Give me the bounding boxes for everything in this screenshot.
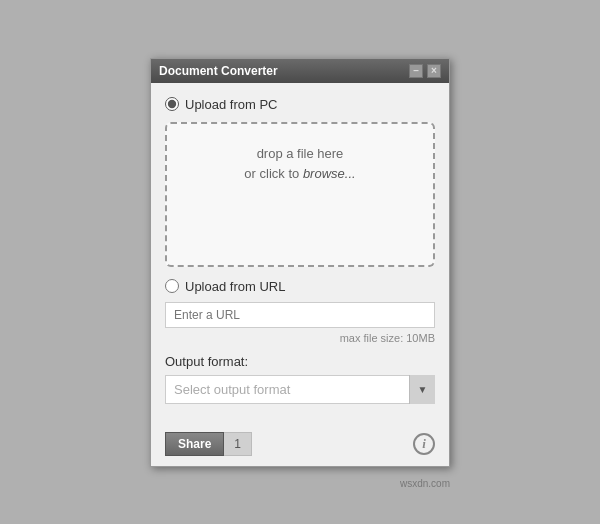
browse-link[interactable]: browse... (303, 166, 356, 181)
share-btn-group: Share 1 (165, 432, 252, 456)
upload-url-radio[interactable] (165, 279, 179, 293)
dialog-titlebar: Document Converter – × (151, 59, 449, 83)
share-button[interactable]: Share (165, 432, 224, 456)
drop-zone-text: drop a file here or click to browse... (244, 144, 355, 186)
close-button[interactable]: × (427, 64, 441, 78)
document-converter-dialog: Document Converter – × Upload from PC dr… (150, 58, 450, 467)
upload-url-label: Upload from URL (185, 279, 285, 294)
max-file-info: max file size: 10MB (165, 332, 435, 344)
output-format-label: Output format: (165, 354, 435, 369)
titlebar-controls: – × (409, 64, 441, 78)
upload-url-row: Upload from URL (165, 279, 435, 294)
minimize-button[interactable]: – (409, 64, 423, 78)
upload-pc-row: Upload from PC (165, 97, 435, 112)
dialog-body: Upload from PC drop a file here or click… (151, 83, 449, 414)
file-drop-zone[interactable]: drop a file here or click to browse... (165, 122, 435, 267)
url-input[interactable] (165, 302, 435, 328)
upload-pc-radio[interactable] (165, 97, 179, 111)
dialog-wrapper: Document Converter – × Upload from PC dr… (150, 58, 450, 467)
info-icon[interactable]: i (413, 433, 435, 455)
upload-pc-label: Upload from PC (185, 97, 277, 112)
watermark: wsxdn.com (400, 478, 450, 489)
format-select[interactable]: Select output format PDFDOCXTXTHTMLODT (165, 375, 435, 404)
format-select-wrapper: Select output format PDFDOCXTXTHTMLODT ▼ (165, 375, 435, 404)
dialog-title: Document Converter (159, 64, 278, 78)
dialog-footer: Share 1 i (151, 424, 449, 466)
share-count: 1 (224, 432, 252, 456)
